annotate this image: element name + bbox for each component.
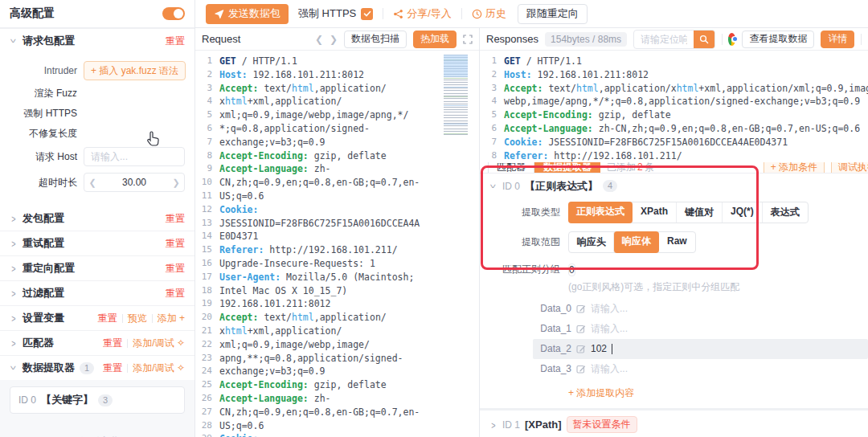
data-row-input[interactable]: 请输入...: [591, 362, 628, 376]
data-row-2[interactable]: Data_2102: [533, 339, 868, 359]
section-action-danger[interactable]: 重置: [98, 312, 117, 325]
follow-redirect-button[interactable]: 跟随重定向: [518, 4, 588, 24]
line-content: User-Agent: Mozilla/5.0 (Macintosh;: [219, 271, 414, 284]
fullscreen-icon[interactable]: [463, 35, 473, 44]
open-in-chrome-button[interactable]: [728, 33, 735, 46]
section-action-accent[interactable]: 添加/调试 ✧: [133, 337, 185, 350]
section-action-danger[interactable]: 重置: [103, 337, 122, 350]
response-search-input[interactable]: [634, 34, 694, 45]
data-row-input[interactable]: 请输入...: [591, 322, 628, 336]
section-action-accent[interactable]: 添加 +: [158, 312, 185, 325]
request-config-reset-button[interactable]: 重置: [166, 35, 185, 48]
line-number: 5: [480, 108, 504, 122]
stepper-decrease-icon[interactable]: ❮: [84, 178, 100, 188]
line-content: JSESSIONID=F28FB6C725F15A0016DCCEA4A: [219, 217, 420, 231]
section-action-danger[interactable]: 重置: [166, 287, 185, 300]
sidebar-section-5[interactable]: >匹配器重置添加/调试 ✧: [0, 330, 194, 355]
chevron-right-icon: >: [490, 419, 497, 430]
extract-type-option-0[interactable]: 正则表达式: [568, 202, 633, 223]
section-action-danger[interactable]: 重置: [166, 212, 185, 226]
advanced-config-toggle[interactable]: [162, 7, 185, 20]
extractor-1-header[interactable]: > ID 1 [XPath] 暂未设置条件: [480, 410, 868, 437]
view-extracted-data-button[interactable]: 查看提取数据: [742, 31, 814, 48]
line-content: Accept-Language: zh-: [219, 162, 330, 176]
share-import-link[interactable]: 分享/导入: [393, 6, 452, 21]
tab-extractor[interactable]: 数据提取器: [534, 162, 600, 173]
sidebar-section-0[interactable]: >发包配置重置: [0, 206, 194, 231]
code-line: 3Accept: text/html,application/xhtml+xml…: [480, 82, 868, 96]
sidebar-section-3[interactable]: >过滤配置重置: [0, 280, 194, 305]
line-content: Accept-Language: zh-CN,zh;q=0.9,en;q=0.8…: [504, 122, 860, 136]
extract-scope-option-1[interactable]: 响应体: [613, 231, 659, 253]
sidebar-section-4[interactable]: >设置变量重置预览添加 +: [0, 305, 194, 330]
edit-icon[interactable]: [576, 364, 586, 374]
sidebar-section-request-config[interactable]: > 请求包配置 重置: [0, 28, 194, 53]
extractor-card[interactable]: ID 0 【关键字】 3: [10, 386, 185, 414]
section-action-accent[interactable]: 预览: [128, 312, 147, 325]
data-row-0[interactable]: Data_0请输入...: [533, 299, 868, 319]
section-action-danger[interactable]: 重置: [103, 361, 122, 375]
chevron-right-icon: >: [10, 338, 18, 349]
insert-yakfuzz-button[interactable]: + 插入 yak.fuzz 语法: [84, 61, 186, 80]
prev-icon[interactable]: ❮: [315, 34, 323, 45]
search-button[interactable]: [694, 30, 714, 49]
extractor-0-header[interactable]: > ID 0 【正则表达式】 4: [480, 174, 868, 198]
line-number: 20: [195, 311, 219, 325]
send-packet-button[interactable]: 发送数据包: [206, 4, 289, 24]
response-pane-header: Responses 154bytes / 88ms 查看提取数据 详情: [480, 28, 868, 51]
packet-scan-button[interactable]: 数据包扫描: [344, 31, 407, 48]
request-host-input[interactable]: [84, 147, 185, 166]
extractor-card-id: ID 0: [18, 394, 36, 406]
add-condition-button[interactable]: + 添加条件: [764, 162, 825, 173]
extractor-0-badge: 4: [603, 180, 617, 192]
line-content: Referer: http://192.168.101.211/: [504, 149, 682, 163]
data-row-input[interactable]: 请输入...: [591, 302, 628, 316]
sidebar-sections: >发包配置重置>重试配置重置>重定向配置重置>过滤配置重置>设置变量重置预览添加…: [0, 206, 194, 380]
timeout-stepper[interactable]: ❮ 30.00 ❯: [84, 173, 185, 192]
share-icon: [393, 9, 403, 19]
sidebar-section-1[interactable]: >重试配置重置: [0, 231, 194, 255]
sidebar-section-6[interactable]: >数据提取器1重置添加/调试 ✧: [0, 355, 194, 380]
detail-button[interactable]: 详情: [821, 31, 854, 48]
debug-execute-button[interactable]: 调试执行: [831, 162, 868, 173]
data-row-input[interactable]: 102: [591, 343, 607, 354]
request-code-editor[interactable]: 1GET / HTTP/1.12Host: 192.168.101.211:80…: [195, 51, 479, 437]
edit-icon[interactable]: [576, 324, 586, 333]
matcher-extractor-panel: 匹配器数据提取器 已添加2条 + 添加条件 调试执行 > ID 0 【正则表达式…: [480, 162, 868, 437]
history-link[interactable]: 历史: [472, 6, 506, 21]
regex-group-input[interactable]: 0: [568, 263, 575, 276]
extract-type-option-1[interactable]: XPath: [632, 202, 676, 223]
data-row-1[interactable]: Data_1请输入...: [533, 319, 868, 339]
line-content: exchange;v=b3;q=0.9: [219, 365, 326, 378]
extract-type-option-4[interactable]: 表达式: [762, 202, 808, 223]
tab-matcher[interactable]: 匹配器: [488, 162, 534, 173]
extract-scope-option-0[interactable]: 响应头: [569, 232, 614, 252]
sidebar-section-2[interactable]: >重定向配置重置: [0, 255, 194, 280]
line-content: Accept-Encoding: gzip, deflate: [219, 149, 387, 163]
extract-scope-option-2[interactable]: Raw: [658, 232, 695, 252]
stepper-increase-icon[interactable]: ❯: [168, 178, 184, 188]
matcher-tabs: 匹配器数据提取器: [488, 162, 600, 173]
section-action-danger[interactable]: 重置: [166, 262, 185, 276]
line-number: 8: [195, 149, 219, 163]
code-line: 2Host: 192.168.101.211:8012: [195, 68, 479, 82]
hot-reload-button[interactable]: 热加载: [413, 31, 457, 48]
response-code-editor[interactable]: 1GET / HTTP/1.12Host: 192.168.101.211:80…: [480, 51, 868, 162]
edit-icon[interactable]: [576, 344, 586, 353]
data-row-3[interactable]: Data_3请输入...: [533, 359, 868, 379]
editor-minimap[interactable]: [444, 55, 468, 135]
line-number: 9: [195, 162, 219, 176]
section-action-danger[interactable]: 重置: [166, 237, 185, 251]
code-line: 8Referer: http://192.168.101.211/: [480, 149, 868, 163]
section-action-accent[interactable]: 添加/调试 ✧: [133, 361, 185, 375]
force-https-checkbox[interactable]: [361, 8, 373, 20]
add-extract-content-link[interactable]: + 添加提取内容: [568, 386, 868, 400]
next-icon[interactable]: ❯: [330, 34, 338, 45]
line-number: 7: [480, 136, 504, 149]
extract-type-option-2[interactable]: 键值对: [676, 202, 722, 223]
line-content: GET / HTTP/1.1: [504, 55, 582, 68]
edit-icon[interactable]: [576, 304, 586, 313]
code-line: 2Host: 192.168.101.211:8012: [480, 68, 868, 82]
extract-type-option-3[interactable]: JQ(*): [722, 202, 762, 223]
line-number: 16: [195, 257, 219, 271]
